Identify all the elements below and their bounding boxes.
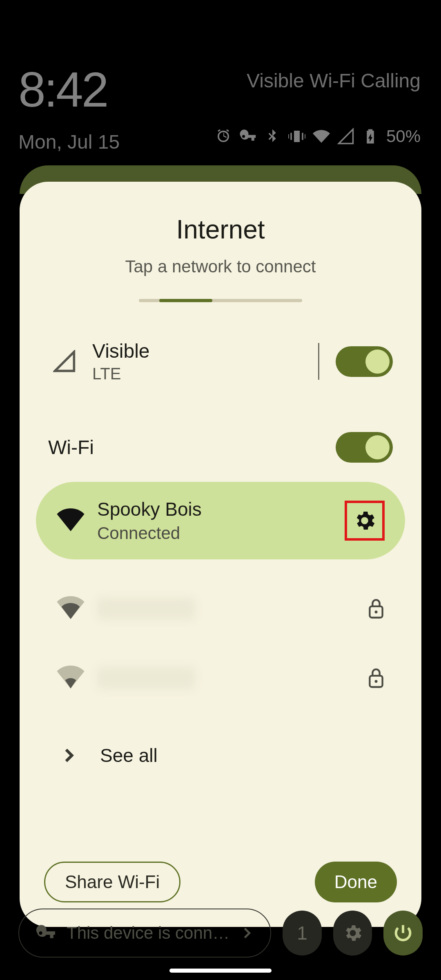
dialog-subtitle: Tap a network to connect [36, 257, 405, 276]
power-icon [392, 922, 414, 944]
vpn-status-chip[interactable]: This device is conn… [18, 909, 271, 958]
power-button[interactable] [383, 911, 423, 956]
status-icons: 50% [215, 127, 421, 146]
mobile-data-toggle[interactable] [336, 346, 393, 377]
bluetooth-icon [264, 128, 281, 145]
divider [318, 343, 319, 380]
carrier-feature-label: Visible Wi-Fi Calling [247, 69, 421, 92]
mobile-tech-label: LTE [92, 365, 302, 383]
wifi-ssid-redacted [97, 667, 195, 689]
settings-button[interactable] [333, 911, 372, 956]
wifi-header-row[interactable]: Wi-Fi [36, 429, 405, 466]
scan-progress [139, 299, 302, 302]
wifi-weak-icon [56, 666, 85, 690]
chevron-right-icon [240, 926, 254, 940]
svg-point-1 [375, 610, 378, 613]
gear-icon [352, 508, 377, 533]
vpn-key-icon [36, 923, 56, 943]
vpn-key-icon [239, 128, 256, 145]
see-all-label: See all [100, 744, 158, 766]
svg-point-3 [375, 680, 378, 683]
wifi-network-item[interactable] [36, 588, 405, 629]
wifi-full-icon [56, 508, 85, 533]
wifi-ssid: Spooky Bois [97, 498, 345, 520]
chevron-right-icon [60, 747, 78, 764]
lock-icon [368, 598, 385, 619]
status-time: 8:42 [18, 61, 107, 118]
wifi-medium-icon [56, 596, 85, 621]
vpn-status-text: This device is conn… [67, 923, 229, 943]
alarm-icon [215, 128, 232, 145]
quick-settings-footer: This device is conn… 1 [18, 909, 423, 958]
battery-charging-icon [362, 128, 379, 145]
share-wifi-button[interactable]: Share Wi-Fi [44, 862, 180, 902]
internet-dialog: Internet Tap a network to connect Visibl… [20, 182, 421, 927]
wifi-network-item[interactable] [36, 657, 405, 698]
page-indicator-number: 1 [297, 922, 307, 944]
wifi-settings-button-highlighted[interactable] [345, 501, 385, 541]
mobile-data-row[interactable]: Visible LTE [36, 335, 405, 388]
mobile-carrier-name: Visible [92, 340, 302, 362]
status-date: Mon, Jul 15 [18, 131, 120, 153]
gear-icon [342, 922, 363, 944]
wifi-network-connected[interactable]: Spooky Bois Connected [36, 482, 405, 559]
dialog-title: Internet [36, 214, 405, 245]
wifi-toggle[interactable] [336, 432, 393, 463]
see-all-networks[interactable]: See all [36, 739, 405, 772]
cell-signal-icon [48, 350, 81, 373]
done-button[interactable]: Done [315, 862, 397, 902]
page-indicator[interactable]: 1 [283, 911, 322, 956]
battery-percent: 50% [386, 127, 421, 146]
wifi-status: Connected [97, 523, 345, 543]
wifi-ssid-redacted [97, 597, 195, 620]
cell-signal-icon [337, 128, 354, 145]
nav-gesture-handle[interactable] [169, 969, 272, 973]
vibrate-icon [288, 128, 305, 145]
lock-icon [368, 667, 385, 688]
wifi-section-label: Wi-Fi [48, 436, 336, 459]
wifi-icon [313, 128, 330, 145]
